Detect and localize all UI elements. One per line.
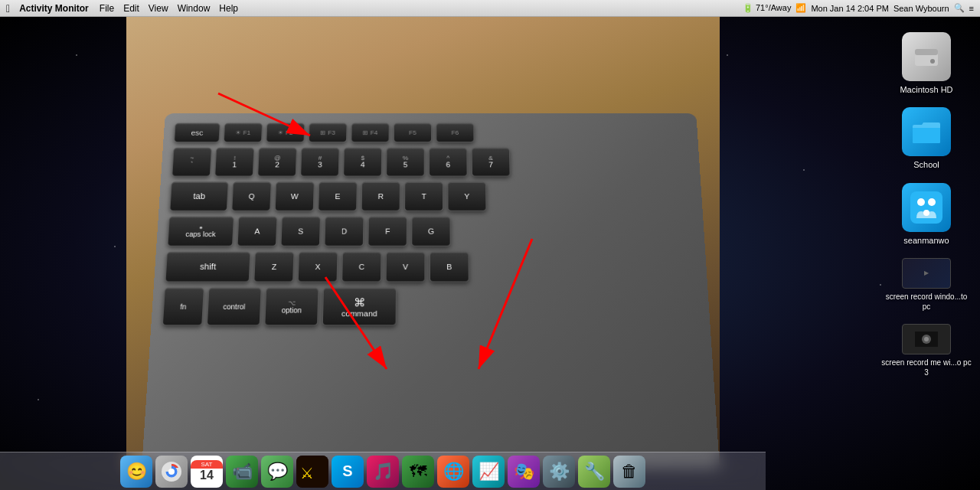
key-e[interactable]: E xyxy=(318,181,357,211)
key-esc[interactable]: esc xyxy=(174,123,220,142)
key-f2[interactable]: ☀ F2 xyxy=(266,123,305,142)
num-key-row: ~ ` ! 1 @ 2 # 3 $ 4 xyxy=(172,148,689,177)
hd-label: Macintosh HD xyxy=(900,84,952,95)
family-label: seanmanwo xyxy=(903,235,949,246)
dock-facetime[interactable]: 📹 xyxy=(226,456,258,488)
sidebar-item-hd[interactable]: Macintosh HD xyxy=(880,32,972,95)
key-c[interactable]: C xyxy=(341,252,381,283)
bottom-key-row: fn control ⌥ option ⌘ command xyxy=(162,288,699,326)
qwerty-key-row: tab Q W E R T Y xyxy=(169,181,691,211)
asdf-key-row: ● caps lock A S D F G xyxy=(167,217,694,247)
list-icon[interactable]: ≡ xyxy=(969,4,974,13)
key-1[interactable]: ! 1 xyxy=(214,148,254,177)
key-g[interactable]: G xyxy=(411,217,450,247)
dock-app1[interactable]: 🎵 xyxy=(367,456,399,488)
family-icon xyxy=(902,183,951,232)
dock-app5[interactable]: 🔧 xyxy=(578,456,610,488)
dock-app4[interactable]: ⚙️ xyxy=(543,456,575,488)
menu-view[interactable]: View xyxy=(149,3,168,14)
key-4[interactable]: $ 4 xyxy=(343,148,382,177)
key-q[interactable]: Q xyxy=(231,181,271,211)
zxcv-key-row: shift Z X C V B xyxy=(165,252,697,283)
key-command[interactable]: ⌘ command xyxy=(322,288,397,326)
sidebar-item-screenrecord2[interactable]: screen record me wi...o pc 3 xyxy=(880,324,972,377)
key-7[interactable]: & 7 xyxy=(472,148,511,177)
key-z[interactable]: Z xyxy=(253,252,294,283)
keyboard-photo: esc ☀ F1 ☀ F2 ⊞ F3 ⊞ F4 F5 F6 ~ ` ! 1 xyxy=(126,17,720,469)
key-r[interactable]: R xyxy=(361,181,400,211)
menu-edit[interactable]: Edit xyxy=(123,3,139,14)
wifi-icon: 📶 xyxy=(795,3,806,13)
key-2[interactable]: @ 2 xyxy=(257,148,297,177)
dock-chrome[interactable] xyxy=(155,456,188,488)
dock-finder[interactable]: 😊 xyxy=(120,456,152,488)
dock-istat[interactable]: 📈 xyxy=(472,456,505,488)
dock-app2[interactable]: 🌐 xyxy=(437,456,469,488)
dock-maps[interactable]: 🗺 xyxy=(402,456,434,488)
desktop: esc ☀ F1 ☀ F2 ⊞ F3 ⊞ F4 F5 F6 ~ ` ! 1 xyxy=(0,17,980,490)
key-s[interactable]: S xyxy=(281,217,321,247)
apple-menu[interactable]:  xyxy=(6,2,10,15)
dock-skype[interactable]: S xyxy=(332,456,364,488)
svg-point-13 xyxy=(924,337,929,341)
battery-status: 🔋 71°/Away xyxy=(743,3,791,13)
dock: 😊 SAT 14 📹 💬 ⚔ S 🎵 🗺 🌐 📈 � xyxy=(0,452,766,490)
key-y[interactable]: Y xyxy=(447,181,486,211)
key-b[interactable]: B xyxy=(430,252,469,283)
key-capslock[interactable]: ● caps lock xyxy=(167,217,234,247)
key-a[interactable]: A xyxy=(237,217,278,247)
menubar-right: 🔋 71°/Away 📶 Mon Jan 14 2:04 PM Sean Wyb… xyxy=(743,3,974,13)
key-t[interactable]: T xyxy=(404,181,443,211)
dock-messages[interactable]: 💬 xyxy=(261,456,293,488)
svg-rect-7 xyxy=(910,191,942,224)
key-tilde[interactable]: ~ ` xyxy=(172,148,211,177)
key-f[interactable]: F xyxy=(368,217,407,247)
svg-rect-5 xyxy=(915,49,938,55)
app-name[interactable]: Activity Monitor xyxy=(19,3,89,14)
sidebar-item-family[interactable]: seanmanwo xyxy=(880,183,972,246)
svg-point-6 xyxy=(930,59,935,64)
key-6[interactable]: ^ 6 xyxy=(429,148,467,177)
svg-text:⚔: ⚔ xyxy=(300,465,314,482)
key-f5[interactable]: F5 xyxy=(394,123,432,142)
screenrecord2-label: screen record me wi...o pc 3 xyxy=(880,358,972,377)
menubar:  Activity Monitor File Edit View Window… xyxy=(0,0,980,17)
sidebar: Macintosh HD School xyxy=(873,17,980,452)
menu-file[interactable]: File xyxy=(100,3,114,14)
key-f1[interactable]: ☀ F1 xyxy=(224,123,263,142)
school-label: School xyxy=(913,159,939,170)
screenrecord1-label: screen record windo...to pc xyxy=(880,292,972,312)
key-5[interactable]: % 5 xyxy=(386,148,424,177)
datetime: Mon Jan 14 2:04 PM xyxy=(811,4,889,13)
key-3[interactable]: # 3 xyxy=(300,148,339,177)
keyboard-body: esc ☀ F1 ☀ F2 ⊞ F3 ⊞ F4 F5 F6 ~ ` ! 1 xyxy=(142,113,720,469)
key-w[interactable]: W xyxy=(275,181,315,211)
dock-app3[interactable]: 🎭 xyxy=(508,456,540,488)
svg-point-15 xyxy=(168,469,175,475)
screen-thumb-1: ▶ xyxy=(902,258,951,289)
key-shift[interactable]: shift xyxy=(165,252,251,283)
sidebar-item-school[interactable]: School xyxy=(880,107,972,170)
search-icon[interactable]: 🔍 xyxy=(954,3,965,13)
key-d[interactable]: D xyxy=(324,217,364,247)
key-option[interactable]: ⌥ option xyxy=(264,288,318,326)
svg-point-9 xyxy=(928,198,936,206)
sidebar-item-screenrecord1[interactable]: ▶ screen record windo...to pc xyxy=(880,258,972,312)
key-f6[interactable]: F6 xyxy=(436,123,474,142)
key-f3[interactable]: ⊞ F3 xyxy=(309,123,347,142)
dock-ical[interactable]: SAT 14 xyxy=(191,456,223,488)
dock-wow[interactable]: ⚔ xyxy=(296,456,328,488)
key-fn[interactable]: fn xyxy=(162,288,204,326)
menu-help[interactable]: Help xyxy=(219,3,238,14)
fn-key-row: esc ☀ F1 ☀ F2 ⊞ F3 ⊞ F4 F5 F6 xyxy=(174,123,688,142)
dock-trash[interactable]: 🗑 xyxy=(613,456,645,488)
key-x[interactable]: X xyxy=(298,252,338,283)
hd-icon xyxy=(902,32,951,81)
screen-thumb-2 xyxy=(902,324,951,354)
username[interactable]: Sean Wybourn xyxy=(893,4,949,13)
key-tab[interactable]: tab xyxy=(169,181,228,211)
menu-window[interactable]: Window xyxy=(178,3,211,14)
key-f4[interactable]: ⊞ F4 xyxy=(351,123,389,142)
key-control[interactable]: control xyxy=(207,288,262,326)
key-v[interactable]: V xyxy=(386,252,426,283)
